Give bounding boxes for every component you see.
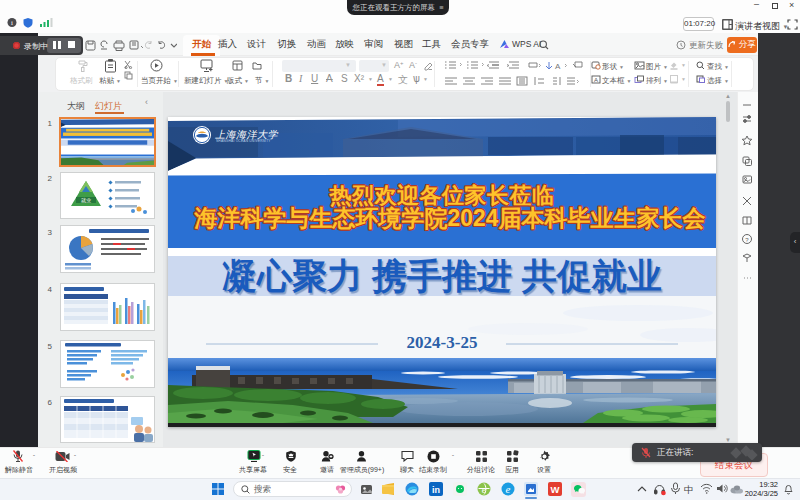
svg-text:?: ? (745, 237, 749, 243)
svg-text:in: in (432, 485, 440, 495)
svg-text:W: W (551, 484, 560, 495)
svg-text:A: A (594, 77, 598, 83)
svg-text:就业: 就业 (81, 197, 91, 203)
svg-text:e: e (506, 483, 511, 495)
svg-text:e: e (482, 484, 487, 495)
svg-text:A: A (555, 62, 561, 71)
